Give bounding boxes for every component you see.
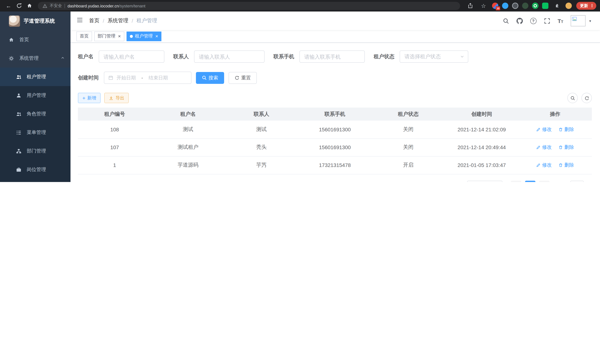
sidebar-item-dept[interactable]: 部门管理 (0, 142, 71, 160)
add-button[interactable]: + 新增 (78, 93, 101, 103)
breadcrumb-separator: / (132, 18, 133, 24)
delete-link[interactable]: 删除 (558, 144, 574, 151)
close-icon[interactable]: × (155, 34, 158, 38)
app-header: 首页 / 系统管理 / 租户管理 ? (71, 11, 600, 30)
sidebar-item-dict[interactable]: 字典管理 (0, 179, 71, 182)
fullscreen-icon (544, 18, 550, 24)
browser-update-button[interactable]: 更新 ⋮ (576, 2, 596, 10)
edit-link[interactable]: 修改 (536, 144, 552, 151)
breadcrumb-home[interactable]: 首页 (89, 18, 99, 24)
filter-row-1: 租户名 联系人 联系手机 租户状态 请选择租户状态 (78, 50, 592, 63)
extension-icon-4[interactable] (522, 3, 528, 9)
table-row: 1 芋道源码 芋艿 17321315478 开启 2021-01-05 17:0… (78, 156, 592, 174)
cell-id: 108 (78, 121, 151, 138)
cell-status: 关闭 (372, 138, 445, 156)
close-icon[interactable]: × (118, 34, 121, 38)
url-host: dashboard.yudao.iocoder.cn (67, 3, 119, 8)
avatar-caret-icon[interactable]: ▾ (589, 19, 591, 23)
delete-link[interactable]: 删除 (558, 126, 574, 133)
refresh-table-button[interactable] (581, 93, 592, 103)
tenant-name-label: 租户名 (78, 53, 94, 60)
tab-tenant[interactable]: 租户管理 × (126, 31, 161, 41)
tenant-name-input[interactable] (99, 50, 164, 63)
sidebar-item-label: 首页 (19, 36, 29, 43)
extensions-puzzle-button[interactable] (552, 1, 562, 10)
cell-actions: 修改删除 (518, 138, 592, 156)
extension-icon-3[interactable] (512, 3, 518, 9)
contact-input[interactable] (194, 50, 264, 63)
share-button[interactable] (465, 1, 475, 10)
export-button[interactable]: 导出 (104, 93, 129, 103)
sidebar-collapse-button[interactable] (76, 17, 83, 25)
col-phone: 联系手机 (298, 108, 372, 121)
github-link[interactable] (516, 18, 523, 24)
users-icon (16, 74, 21, 80)
chevron-up-icon (60, 56, 65, 61)
sidebar-item-tenant[interactable]: 租户管理 (0, 67, 71, 86)
search-button[interactable]: 搜索 (196, 72, 224, 84)
address-bar[interactable]: 不安全 dashboard.yudao.iocoder.cn/system/te… (38, 2, 460, 10)
tab-home[interactable]: 首页 (76, 31, 92, 41)
phone-input[interactable] (300, 50, 365, 63)
header-search-button[interactable] (503, 18, 509, 24)
fullscreen-button[interactable] (544, 18, 550, 24)
reset-button[interactable]: 重置 (229, 72, 257, 84)
table-header-row: 租户编号 租户名 联系人 联系手机 租户状态 创建时间 操作 (78, 108, 592, 121)
cell-name: 测试 (151, 121, 225, 138)
edit-icon (536, 163, 541, 167)
sidebar-item-home[interactable]: 首页 (0, 30, 71, 49)
profile-avatar-icon[interactable] (565, 3, 572, 9)
goto-page-input[interactable] (570, 180, 584, 182)
page-size-select[interactable]: 10条/页 (467, 180, 502, 182)
chevron-down-icon (460, 54, 465, 59)
filter-contact: 联系人 (173, 50, 264, 63)
sidebar-item-label: 角色管理 (27, 111, 46, 117)
browser-menu-icon[interactable]: ⋮ (590, 3, 594, 8)
date-range-picker[interactable]: 开始日期 - 结束日期 (104, 72, 191, 84)
pagination: 共 3 条 10条/页 ‹ 1 › 前往 页 (78, 180, 592, 182)
sidebar-item-label: 部门管理 (27, 148, 46, 154)
question-icon: ? (530, 18, 536, 24)
page-number-1[interactable]: 1 (525, 180, 535, 182)
delete-link[interactable]: 删除 (558, 162, 574, 168)
sidebar-item-menu[interactable]: 菜单管理 (0, 123, 71, 142)
omnibox-divider (65, 3, 65, 8)
font-size-button[interactable]: TT (558, 18, 563, 24)
browser-home-button[interactable] (25, 1, 34, 10)
next-page-button[interactable]: › (539, 180, 550, 182)
toggle-search-button[interactable] (567, 93, 578, 103)
col-created: 创建时间 (445, 108, 518, 121)
screen: ← 不安全 dashboard.yudao.iocoder.cn/system/… (0, 0, 600, 182)
table-row: 107 测试租户 秃头 15601691300 关闭 2021-12-14 20… (78, 138, 592, 156)
user-avatar[interactable] (571, 15, 586, 26)
share-icon (467, 3, 473, 9)
cell-actions: 修改删除 (518, 121, 592, 138)
cell-created: 2021-12-14 20:49:44 (445, 138, 518, 156)
browser-back-button[interactable]: ← (4, 1, 13, 10)
sidebar-item-system[interactable]: 系统管理 (0, 49, 71, 67)
security-label: 不安全 (50, 3, 62, 9)
extension-icon-6[interactable] (542, 3, 548, 9)
extension-icon-2[interactable] (502, 3, 508, 9)
breadcrumb-system[interactable]: 系统管理 (108, 18, 128, 24)
sidebar-item-post[interactable]: 岗位管理 (0, 160, 71, 179)
edit-link[interactable]: 修改 (536, 162, 552, 168)
sidebar-item-user[interactable]: 用户管理 (0, 86, 71, 105)
help-button[interactable]: ? (530, 18, 536, 24)
status-select[interactable]: 请选择租户状态 (400, 50, 468, 63)
users-icon (16, 111, 21, 117)
tab-label: 部门管理 (98, 33, 115, 39)
prev-page-button[interactable]: ‹ (511, 180, 521, 182)
extension-icon-1[interactable]: 10 (492, 3, 498, 9)
sidebar-logo[interactable]: 芋道管理系统 (0, 11, 71, 30)
sidebar: 芋道管理系统 首页 系统管理 租户管理 (0, 11, 71, 182)
tree-icon (16, 148, 21, 154)
cell-phone: 17321315478 (298, 156, 372, 174)
bookmark-star-button[interactable]: ☆ (479, 1, 488, 10)
sidebar-item-role[interactable]: 角色管理 (0, 105, 71, 123)
edit-link[interactable]: 修改 (536, 126, 552, 133)
browser-refresh-button[interactable] (14, 1, 24, 10)
extension-icon-5[interactable] (532, 3, 538, 9)
briefcase-icon (16, 167, 21, 173)
tab-dept[interactable]: 部门管理 × (94, 31, 124, 41)
